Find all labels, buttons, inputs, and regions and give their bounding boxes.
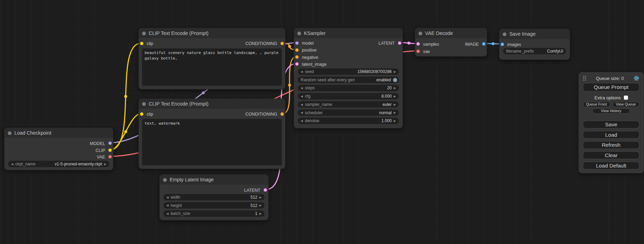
steps-widget[interactable]: ◀ steps 20 ▶: [298, 85, 399, 91]
node-status-dot[interactable]: [163, 178, 167, 182]
node-status-dot[interactable]: [142, 102, 146, 106]
output-port-image[interactable]: [482, 42, 485, 45]
view-history-button[interactable]: View History: [592, 108, 630, 114]
output-slot-latent: LATENT: [244, 187, 267, 193]
node-vae-decode[interactable]: VAE Decode samples IMAGE vae: [415, 28, 487, 57]
wire-midpoint-dot: [124, 95, 127, 98]
decrement-arrow-icon[interactable]: ◀: [301, 87, 303, 89]
width-widget[interactable]: ◀ width 512 ▶: [164, 194, 265, 200]
node-status-dot[interactable]: [142, 31, 146, 35]
input-port-images[interactable]: [501, 43, 504, 46]
increment-arrow-icon[interactable]: ▶: [394, 119, 396, 122]
widget-name: filename_prefix: [506, 49, 534, 53]
positive-prompt-textarea[interactable]: beautiful scenery nature glass bottle la…: [142, 48, 282, 86]
seed-widget[interactable]: ◀ seed 156680208700286 ▶: [298, 69, 399, 75]
random-seed-toggle-widget[interactable]: Random seed after every gen enabled: [298, 77, 399, 83]
view-queue-button[interactable]: View Queue: [612, 102, 639, 107]
load-button[interactable]: Load: [583, 131, 639, 138]
drag-handle-icon[interactable]: [583, 75, 586, 81]
queue-size-label: Queue size: 0: [586, 76, 633, 81]
input-port-model[interactable]: [295, 42, 298, 45]
node-save-image[interactable]: Save Image images filename_prefix ComfyU…: [499, 29, 570, 60]
ckpt-name-widget[interactable]: ◀ ckpt_name v1-5-pruned-emaonly.ckpt ▶: [8, 161, 109, 167]
output-port-latent[interactable]: [398, 42, 401, 45]
output-port-latent[interactable]: [264, 188, 267, 191]
comfyui-canvas[interactable]: Load Checkpoint MODEL CLIP VAE ◀ ckpt_na…: [0, 0, 644, 244]
node-load-checkpoint[interactable]: Load Checkpoint MODEL CLIP VAE ◀ ckpt_na…: [4, 128, 113, 170]
decrement-arrow-icon[interactable]: ◀: [301, 70, 303, 73]
input-port-samples[interactable]: [416, 42, 420, 45]
node-title-bar[interactable]: KSampler: [294, 28, 403, 38]
slot-label-positive: positive: [302, 48, 316, 53]
input-port-positive[interactable]: [295, 48, 298, 52]
node-clip-text-encode-negative[interactable]: CLIP Text Encode (Prompt) clip CONDITION…: [139, 99, 285, 169]
increment-arrow-icon[interactable]: ▶: [259, 196, 262, 199]
output-port-conditioning[interactable]: [281, 112, 284, 116]
height-widget[interactable]: ◀ height 512 ▶: [164, 202, 265, 208]
node-title-bar[interactable]: CLIP Text Encode (Prompt): [139, 99, 285, 109]
node-title-bar[interactable]: Load Checkpoint: [5, 128, 113, 138]
input-port-latent-image[interactable]: [295, 62, 298, 65]
toggle-indicator-icon[interactable]: [393, 78, 397, 82]
queue-prompt-button[interactable]: Queue Prompt: [583, 83, 639, 92]
decrement-arrow-icon[interactable]: ◀: [166, 196, 168, 199]
extra-options-row: Extra options: [583, 95, 639, 100]
increment-arrow-icon[interactable]: ▶: [394, 111, 396, 114]
refresh-button[interactable]: Refresh: [583, 141, 639, 149]
input-port-clip[interactable]: [140, 42, 143, 45]
decrement-arrow-icon[interactable]: ◀: [166, 212, 168, 215]
sampler-name-widget[interactable]: ◀ sampler_name euler ▶: [298, 101, 399, 108]
cfg-widget[interactable]: ◀ cfg 8.000 ▶: [298, 93, 399, 99]
node-status-dot[interactable]: [297, 31, 301, 35]
output-port-vae[interactable]: [108, 155, 112, 158]
decrement-arrow-icon[interactable]: ◀: [301, 103, 303, 106]
decrement-arrow-icon[interactable]: ◀: [166, 204, 168, 207]
output-port-clip[interactable]: [108, 148, 112, 152]
increment-arrow-icon[interactable]: ▶: [259, 212, 262, 215]
denoise-widget[interactable]: ◀ denoise 1.000 ▶: [298, 118, 399, 124]
increment-arrow-icon[interactable]: ▶: [394, 70, 396, 73]
input-port-clip[interactable]: [140, 112, 143, 116]
node-status-dot[interactable]: [418, 31, 422, 35]
increment-arrow-icon[interactable]: ▶: [104, 162, 106, 165]
input-port-vae[interactable]: [416, 49, 420, 53]
queue-front-button[interactable]: Queue Front: [583, 102, 610, 107]
node-title-bar[interactable]: Empty Latent Image: [160, 175, 268, 184]
decrement-arrow-icon[interactable]: ◀: [301, 119, 303, 122]
input-port-negative[interactable]: [295, 55, 298, 58]
decrement-arrow-icon[interactable]: ◀: [301, 111, 303, 114]
node-ksampler[interactable]: KSampler model LATENT positive negative …: [294, 28, 403, 128]
save-button[interactable]: Save: [583, 121, 639, 128]
output-port-conditioning[interactable]: [281, 42, 284, 45]
load-default-button[interactable]: Load Default: [583, 162, 639, 169]
extra-options-checkbox[interactable]: [624, 96, 628, 100]
node-empty-latent-image[interactable]: Empty Latent Image LATENT ◀ width 512 ▶ …: [159, 174, 268, 220]
node-status-dot[interactable]: [8, 131, 12, 135]
node-status-dot[interactable]: [503, 32, 506, 36]
scheduler-widget[interactable]: ◀ scheduler normal ▶: [298, 110, 399, 116]
widget-value: 512: [250, 203, 257, 208]
decrement-arrow-icon[interactable]: ◀: [11, 162, 13, 165]
decrement-arrow-icon[interactable]: ◀: [301, 95, 303, 98]
node-title-bar[interactable]: CLIP Text Encode (Prompt): [139, 28, 285, 38]
output-slot-model: MODEL: [90, 140, 112, 146]
node-title-bar[interactable]: VAE Decode: [415, 28, 487, 38]
filename-prefix-widget[interactable]: filename_prefix ComfyUI: [503, 48, 566, 54]
queue-actions-row: Queue Front View Queue: [583, 102, 639, 107]
slot-label-clip: clip: [147, 41, 153, 46]
settings-gear-icon[interactable]: [633, 75, 639, 81]
slot-label-clip: CLIP: [96, 148, 105, 153]
output-port-model[interactable]: [108, 142, 112, 145]
increment-arrow-icon[interactable]: ▶: [394, 87, 396, 89]
clear-button[interactable]: Clear: [583, 152, 639, 159]
negative-prompt-textarea[interactable]: text, watermark: [142, 119, 282, 165]
node-title-bar[interactable]: Save Image: [500, 29, 570, 39]
node-clip-text-encode-positive[interactable]: CLIP Text Encode (Prompt) clip CONDITION…: [139, 28, 285, 90]
widget-name: denoise: [305, 119, 319, 123]
increment-arrow-icon[interactable]: ▶: [394, 95, 396, 98]
batch-size-widget[interactable]: ◀ batch_size 1 ▶: [164, 210, 265, 217]
slot-label-conditioning: CONDITIONING: [245, 41, 277, 46]
increment-arrow-icon[interactable]: ▶: [259, 204, 262, 207]
graph-viewport[interactable]: Load Checkpoint MODEL CLIP VAE ◀ ckpt_na…: [0, 0, 644, 244]
increment-arrow-icon[interactable]: ▶: [394, 103, 396, 106]
